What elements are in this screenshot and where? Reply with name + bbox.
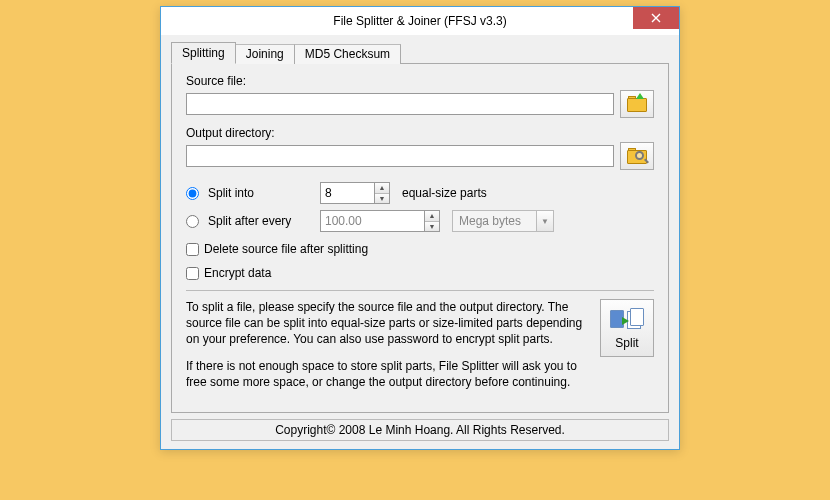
delete-source-label: Delete source file after splitting: [204, 242, 368, 256]
split-after-row: Split after every 100.00 ▲ ▼ Mega bytes …: [186, 210, 654, 232]
encrypt-label: Encrypt data: [204, 266, 271, 280]
spinner-up-icon[interactable]: ▲: [425, 211, 439, 222]
application-window: File Splitter & Joiner (FFSJ v3.3) Split…: [160, 6, 680, 450]
tabstrip: Splitting Joining MD5 Checksum: [171, 42, 669, 64]
tab-md5[interactable]: MD5 Checksum: [294, 44, 401, 64]
chevron-down-icon[interactable]: ▼: [536, 210, 554, 232]
folder-search-icon: [627, 148, 647, 164]
spinner-up-icon[interactable]: ▲: [375, 183, 389, 194]
split-button-label: Split: [615, 336, 638, 350]
split-into-label: Split into: [208, 186, 314, 200]
close-icon: [651, 13, 661, 23]
split-after-radio[interactable]: [186, 215, 199, 228]
delete-source-checkbox[interactable]: [186, 243, 199, 256]
unit-value: Mega bytes: [452, 210, 536, 232]
help-paragraph-2: If there is not enough space to store sp…: [186, 358, 588, 390]
help-paragraph-1: To split a file, please specify the sour…: [186, 299, 588, 348]
folder-open-icon: [627, 96, 647, 112]
split-into-radio[interactable]: [186, 187, 199, 200]
encrypt-checkbox[interactable]: [186, 267, 199, 280]
window-body: Splitting Joining MD5 Checksum Source fi…: [161, 35, 679, 449]
close-button[interactable]: [633, 7, 679, 29]
separator: [186, 290, 654, 291]
delete-source-row: Delete source file after splitting: [186, 242, 654, 256]
browse-source-button[interactable]: [620, 90, 654, 118]
split-into-suffix: equal-size parts: [402, 186, 487, 200]
split-button[interactable]: Split: [600, 299, 654, 357]
help-row: To split a file, please specify the sour…: [186, 299, 654, 400]
split-after-spinner[interactable]: 100.00 ▲ ▼: [320, 210, 440, 232]
footer-copyright: Copyright© 2008 Le Minh Hoang. All Right…: [171, 419, 669, 441]
split-icon: [610, 306, 644, 334]
encrypt-row: Encrypt data: [186, 266, 654, 280]
tab-joining[interactable]: Joining: [235, 44, 295, 64]
split-into-row: Split into 8 ▲ ▼ equal-size parts: [186, 182, 654, 204]
split-after-value[interactable]: 100.00: [320, 210, 424, 232]
split-into-spinner[interactable]: 8 ▲ ▼: [320, 182, 390, 204]
output-dir-input[interactable]: [186, 145, 614, 167]
titlebar[interactable]: File Splitter & Joiner (FFSJ v3.3): [161, 7, 679, 35]
split-after-label: Split after every: [208, 214, 314, 228]
tabpanel-splitting: Source file: Output directory:: [171, 63, 669, 413]
source-file-input[interactable]: [186, 93, 614, 115]
split-into-value[interactable]: 8: [320, 182, 374, 204]
help-text: To split a file, please specify the sour…: [186, 299, 588, 400]
window-title: File Splitter & Joiner (FFSJ v3.3): [161, 14, 679, 28]
output-dir-label: Output directory:: [186, 126, 654, 140]
source-file-label: Source file:: [186, 74, 654, 88]
unit-combobox[interactable]: Mega bytes ▼: [452, 210, 554, 232]
spinner-down-icon[interactable]: ▼: [375, 194, 389, 204]
tab-splitting[interactable]: Splitting: [171, 42, 236, 64]
spinner-down-icon[interactable]: ▼: [425, 222, 439, 232]
browse-output-button[interactable]: [620, 142, 654, 170]
